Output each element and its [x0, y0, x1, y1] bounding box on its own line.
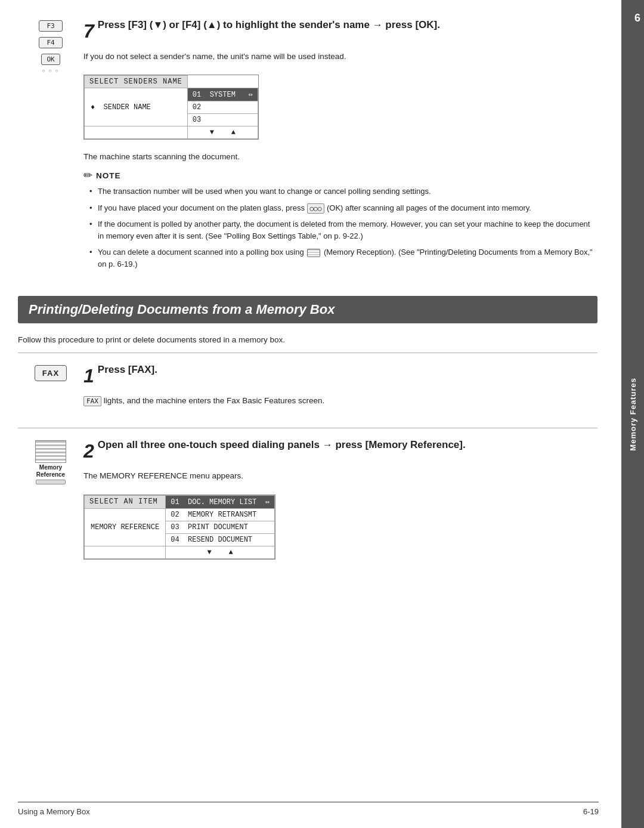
step-1-block: FAX 1 Press [FAX]. FAX lights, and the m… — [18, 363, 597, 413]
note-item-1: The transaction number will be used when… — [89, 186, 597, 197]
fax-button: FAX — [35, 365, 67, 381]
screen2-row-arrows: ▼ ▲ — [85, 546, 275, 558]
step-1-icon-col: FAX — [18, 363, 83, 413]
step-7-content: 7 Press [F3] (▼) or [F4] (▲) to highligh… — [83, 18, 597, 282]
screen-mockup-7: SELECT SENDERS NAME ♦ SENDER NAME 01 SYS… — [83, 75, 259, 140]
screen-table-7: SELECT SENDERS NAME ♦ SENDER NAME 01 SYS… — [84, 75, 258, 139]
screen-table-2: SELECT AN ITEM 01 DOC. MEMORY LIST ⇔ MEM… — [84, 495, 275, 559]
screen-row-header: SELECT SENDERS NAME — [85, 76, 258, 88]
step-7-heading: 7 Press [F3] (▼) or [F4] (▲) to highligh… — [83, 18, 597, 45]
ok-key-label: OK — [41, 54, 60, 65]
ok-inline-key: ○○○ — [307, 203, 325, 214]
screen2-header-left: SELECT AN ITEM — [85, 495, 166, 508]
footer-right: 6-19 — [583, 807, 599, 816]
screen2-row-4-text: 04 RESEND DOCUMENT — [166, 533, 275, 546]
note-section: ✏ NOTE The transaction number will be us… — [83, 169, 597, 270]
screen-arrows-left — [85, 126, 188, 139]
step-1-heading: 1 Press [FAX]. — [83, 363, 597, 390]
screen-arrows-right: ▼ ▲ — [187, 126, 258, 139]
screen-row-1-text: 01 SYSTEM ⇔ — [187, 88, 258, 101]
screen2-arrows-right: ▼ ▲ — [166, 546, 275, 558]
screen-mockup-2: SELECT AN ITEM 01 DOC. MEMORY LIST ⇔ MEM… — [83, 495, 275, 560]
footer-left: Using a Memory Box — [18, 807, 90, 816]
note-list: The transaction number will be used when… — [83, 186, 597, 270]
screen2-row-2: MEMORY REFERENCE 02 MEMORY RETRANSMT — [85, 508, 275, 521]
screen-row-2-text: 02 — [187, 101, 258, 114]
step-1-body: FAX lights, and the machine enters the F… — [83, 395, 597, 407]
note-item-4: You can delete a document scanned into a… — [89, 246, 597, 270]
screen2-arrows-left — [85, 546, 166, 558]
section-7-block: F3 F4 OK ○ ○ ○ 7 Press [F3] (▼) or [F4] … — [18, 18, 597, 282]
step-1-heading-text: Press [FAX]. — [98, 363, 157, 377]
side-number: 6 — [634, 12, 640, 24]
screen-left-cell: ♦ SENDER NAME — [85, 88, 188, 126]
fax-inline-key: FAX — [83, 396, 101, 406]
note-header: ✏ NOTE — [83, 169, 597, 182]
f4-key: F4 — [39, 37, 63, 48]
screen2-row-2-text: 02 MEMORY RETRANSMT — [166, 508, 275, 521]
screen-header-left: SELECT SENDERS NAME — [85, 76, 188, 88]
step-2-heading: 2 Open all three one-touch speed dialing… — [83, 438, 597, 465]
divider — [18, 353, 597, 353]
side-tab: 6 Memory Features — [621, 0, 644, 828]
memory-ref-bottom — [36, 480, 66, 484]
screen2-left-cell: MEMORY REFERENCE — [85, 508, 166, 546]
screen2-row-3-text: 03 PRINT DOCUMENT — [166, 521, 275, 533]
note-item-2: If you have placed your document on the … — [89, 202, 597, 214]
step-7-icon-col: F3 F4 OK ○ ○ ○ — [18, 18, 83, 282]
f3-key: F3 — [39, 20, 63, 32]
ok-dots: ○ ○ ○ — [42, 68, 60, 73]
step-1-number: 1 — [83, 363, 94, 390]
step-2-icon-col: Memory Reference — [18, 438, 83, 571]
side-tab-text: Memory Features — [628, 378, 637, 451]
step-2-heading-text: Open all three one-touch speed dialing p… — [98, 438, 466, 452]
memory-inline-icon — [307, 249, 320, 257]
divider-2 — [18, 428, 597, 428]
key-group-f3f4ok: F3 F4 OK ○ ○ ○ — [39, 20, 63, 73]
step-2-block: Memory Reference 2 Open all three one-to… — [18, 438, 597, 571]
memory-ref-icon: Memory Reference — [35, 440, 66, 484]
step-7-number: 7 — [83, 18, 94, 45]
screen-row-3-text: 03 — [187, 114, 258, 126]
step-1-body-text: lights, and the machine enters the Fax B… — [104, 396, 325, 405]
note-icon: ✏ — [83, 169, 92, 182]
section-banner: Printing/Deleting Documents from a Memor… — [18, 296, 597, 323]
main-content: F3 F4 OK ○ ○ ○ 7 Press [F3] (▼) or [F4] … — [0, 0, 621, 828]
screen-row-arrows: ▼ ▲ — [85, 126, 258, 139]
step-2-content: 2 Open all three one-touch speed dialing… — [83, 438, 597, 571]
step-7-heading-text: Press [F3] (▼) or [F4] (▲) to highlight … — [98, 18, 440, 32]
step-7-body: If you do not select a sender's name, th… — [83, 51, 597, 63]
page-footer: Using a Memory Box 6-19 — [18, 802, 599, 816]
step-1-content: 1 Press [FAX]. FAX lights, and the machi… — [83, 363, 597, 413]
step-2-body: The MEMORY REFERENCE menu appears. — [83, 470, 597, 482]
screen2-row-1-text: 01 DOC. MEMORY LIST ⇔ — [166, 495, 275, 508]
screen-row-1: ♦ SENDER NAME 01 SYSTEM ⇔ — [85, 88, 258, 101]
screen2-row-header: SELECT AN ITEM 01 DOC. MEMORY LIST ⇔ — [85, 495, 275, 508]
memory-ref-grid — [35, 440, 66, 463]
memory-ref-label: Memory Reference — [36, 464, 65, 478]
scan-text: The machine starts scanning the document… — [83, 151, 597, 163]
note-item-3: If the document is polled by another par… — [89, 218, 597, 242]
note-label: NOTE — [96, 171, 121, 180]
step-2-number: 2 — [83, 438, 94, 465]
section-intro: Follow this procedure to print or delete… — [18, 334, 597, 346]
page-wrapper: F3 F4 OK ○ ○ ○ 7 Press [F3] (▼) or [F4] … — [0, 0, 644, 828]
